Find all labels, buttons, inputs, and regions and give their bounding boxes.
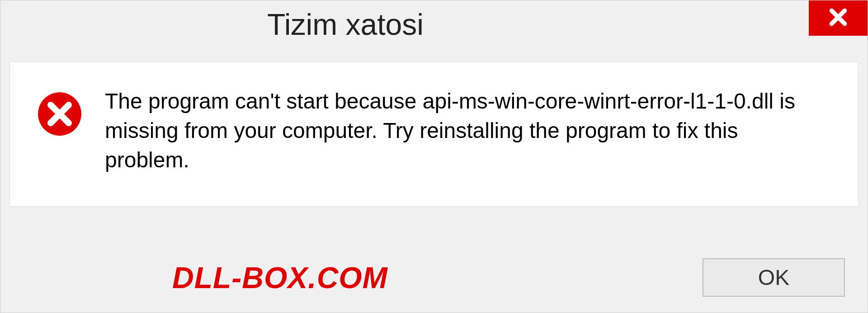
ok-button-label: OK [758,265,789,290]
dialog-titlebar: Tizim xatosi [0,0,868,46]
error-message: The program can't start because api-ms-w… [105,87,806,175]
ok-button[interactable]: OK [703,258,845,297]
dialog-content: The program can't start because api-ms-w… [9,62,859,207]
close-button[interactable] [809,0,868,36]
close-icon [827,6,849,30]
error-icon [37,87,82,138]
dialog-footer: DLL-BOX.COM OK [0,247,868,313]
watermark-text: DLL-BOX.COM [23,261,388,295]
dialog-title: Tizim xatosi [0,0,424,42]
